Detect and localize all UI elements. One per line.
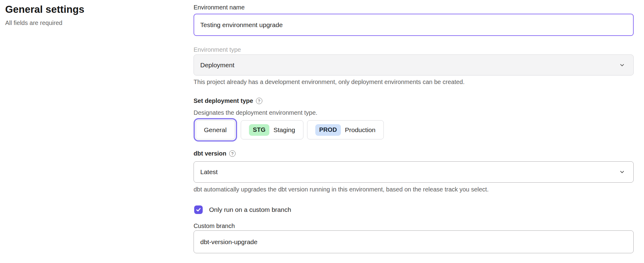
environment-name-label: Environment name [194,4,634,11]
environment-type-value: Deployment [200,61,234,69]
deployment-type-option-general[interactable]: General [196,120,235,139]
deployment-type-option-staging[interactable]: STG Staging [241,120,303,139]
environment-type-select: Deployment [194,54,634,75]
dbt-version-helper: dbt automatically upgrades the dbt versi… [194,186,634,193]
deployment-type-option-production[interactable]: PROD Production [307,120,384,139]
check-icon [196,207,201,212]
dbt-version-label-text: dbt version [194,150,226,157]
dbt-version-label: dbt version ? [194,150,634,157]
custom-branch-label: Custom branch [194,223,634,230]
help-icon[interactable]: ? [229,150,236,157]
custom-branch-checkbox-label[interactable]: Only run on a custom branch [209,206,291,213]
deployment-type-option-staging-label: Staging [273,126,295,134]
staging-badge: STG [249,124,270,136]
page-header: General settings All fields are required [5,4,176,26]
custom-branch-input[interactable] [194,230,634,253]
deployment-type-label-text: Set deployment type [194,97,253,104]
deployment-type-helper: Designates the deployment environment ty… [194,109,634,116]
environment-name-input[interactable] [194,14,634,36]
page-title: General settings [5,4,176,15]
deployment-type-option-production-label: Production [345,126,375,134]
help-icon[interactable]: ? [256,98,262,104]
environment-type-label: Environment type [194,46,634,53]
environment-type-helper: This project already has a development e… [194,79,634,86]
deployment-type-label: Set deployment type ? [194,97,634,104]
chevron-down-icon [619,169,625,175]
chevron-down-icon [619,62,625,68]
deployment-type-option-general-label: General [204,126,227,134]
general-settings-page: General settings All fields are required… [0,0,644,263]
production-badge: PROD [315,124,341,136]
dbt-version-select[interactable]: Latest [194,161,634,183]
page-subtitle: All fields are required [5,19,176,26]
custom-branch-checkbox[interactable] [194,205,203,214]
dbt-version-value: Latest [200,168,218,176]
